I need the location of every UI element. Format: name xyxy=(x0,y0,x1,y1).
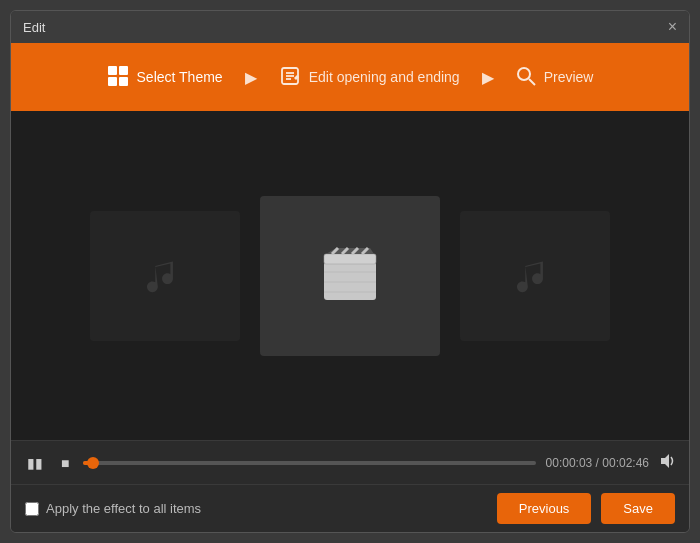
apply-all-text: Apply the effect to all items xyxy=(46,501,201,516)
toolbar-step-1[interactable]: Select Theme xyxy=(89,65,241,90)
time-total: 00:02:46 xyxy=(602,456,649,470)
clapperboard-icon xyxy=(318,244,382,308)
svg-rect-3 xyxy=(119,77,128,86)
svg-line-9 xyxy=(529,79,535,85)
progress-bar[interactable] xyxy=(83,461,535,465)
chevron-icon-2: ▶ xyxy=(482,68,494,87)
toolbar-step-2[interactable]: Edit opening and ending xyxy=(261,65,478,90)
search-icon xyxy=(516,66,536,89)
music-note-left-icon xyxy=(138,249,192,303)
grid-icon xyxy=(107,65,129,90)
toolbar-step-3[interactable]: Preview xyxy=(498,66,612,89)
media-card-right xyxy=(460,211,610,341)
volume-icon[interactable] xyxy=(659,452,677,473)
toolbar: Select Theme ▶ Edit opening and ending ▶ xyxy=(11,43,689,111)
time-display: 00:00:03 / 00:02:46 xyxy=(546,456,649,470)
svg-rect-2 xyxy=(108,77,117,86)
chevron-icon-1: ▶ xyxy=(245,68,257,87)
media-carousel xyxy=(11,196,689,356)
controls-bar: ▮▮ ■ 00:00:03 / 00:02:46 xyxy=(11,440,689,484)
save-button[interactable]: Save xyxy=(601,493,675,524)
stop-button[interactable]: ■ xyxy=(57,451,73,475)
toolbar-step2-label: Edit opening and ending xyxy=(309,69,460,85)
bottom-buttons: Previous Save xyxy=(497,493,675,524)
toolbar-step1-label: Select Theme xyxy=(137,69,223,85)
time-separator: / xyxy=(592,456,602,470)
svg-rect-0 xyxy=(108,66,117,75)
bottom-bar: Apply the effect to all items Previous S… xyxy=(11,484,689,532)
svg-rect-11 xyxy=(324,254,376,264)
media-card-center xyxy=(260,196,440,356)
previous-button[interactable]: Previous xyxy=(497,493,592,524)
progress-thumb xyxy=(87,457,99,469)
edit-window: Edit × Select Theme ▶ xyxy=(10,10,690,533)
music-note-right-icon xyxy=(508,249,562,303)
close-button[interactable]: × xyxy=(668,19,677,35)
svg-point-8 xyxy=(518,68,530,80)
svg-rect-10 xyxy=(324,262,376,300)
pause-button[interactable]: ▮▮ xyxy=(23,451,47,475)
svg-rect-1 xyxy=(119,66,128,75)
apply-all-checkbox[interactable] xyxy=(25,502,39,516)
edit-icon xyxy=(279,65,301,90)
window-title: Edit xyxy=(23,20,45,35)
time-current: 00:00:03 xyxy=(546,456,593,470)
media-card-left xyxy=(90,211,240,341)
apply-all-label[interactable]: Apply the effect to all items xyxy=(25,501,201,516)
title-bar: Edit × xyxy=(11,11,689,43)
toolbar-step3-label: Preview xyxy=(544,69,594,85)
preview-area xyxy=(11,111,689,440)
